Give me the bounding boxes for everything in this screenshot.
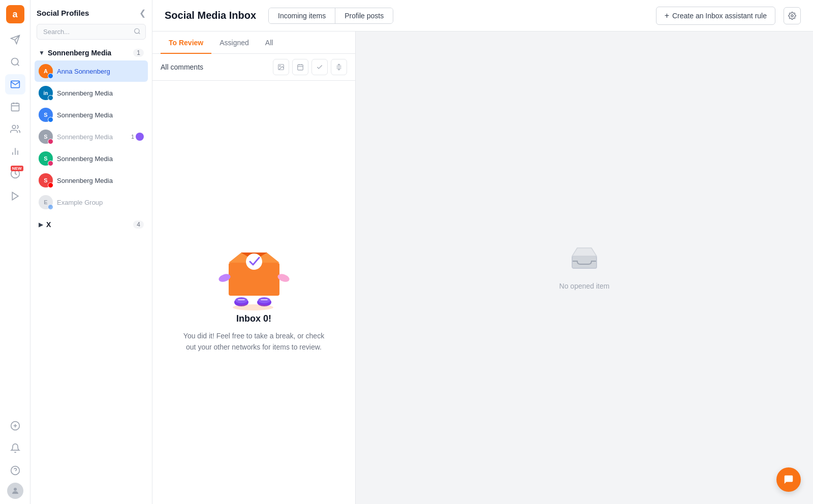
nav-calendar[interactable] (5, 97, 25, 117)
svg-rect-44 (572, 256, 597, 268)
nav-dashboard[interactable]: NEW (5, 164, 25, 184)
example-group-avatar: E (39, 195, 53, 209)
create-rule-label: Create an Inbox assistant rule (672, 12, 767, 20)
chat-bubble[interactable] (776, 467, 801, 492)
svg-point-2 (11, 58, 18, 65)
icon-nav: a NEW (0, 0, 30, 504)
profile-anna[interactable]: A Anna Sonnenberg (35, 60, 148, 82)
chevron-down-icon: ▼ (39, 49, 45, 56)
profile-sm-ig2[interactable]: S Sonnenberg Media (35, 148, 148, 169)
nav-help[interactable] (5, 460, 25, 481)
view-toggle: Incoming items Profile posts (268, 8, 393, 24)
inbox-zero-illustration (213, 232, 295, 313)
nav-add[interactable] (5, 416, 25, 436)
no-item-icon (570, 246, 599, 276)
profile-example-group[interactable]: E Example Group (35, 192, 148, 213)
x-section-title: X (46, 220, 51, 229)
search-box (37, 24, 146, 40)
chevron-right-icon: ▶ (39, 221, 43, 228)
profile-posts-btn[interactable]: Profile posts (335, 8, 393, 23)
sidebar-title: Social Profiles (37, 9, 89, 17)
x-section: ▶ X 4 (30, 217, 152, 232)
x-section-header[interactable]: ▶ X 4 (35, 217, 148, 232)
toolbar-icons (273, 59, 347, 75)
check-filter-button[interactable] (311, 59, 328, 75)
sonnenberg-count: 1 (133, 49, 144, 57)
profile-sm-notif[interactable]: S Sonnenberg Media 1 (35, 126, 148, 147)
x-count: 4 (133, 220, 144, 229)
sonnenberg-section-title: Sonnenberg Media (48, 49, 111, 57)
anna-avatar: A (39, 64, 53, 78)
nav-search[interactable] (5, 52, 25, 72)
fb-badge (48, 117, 53, 122)
tab-to-review[interactable]: To Review (161, 32, 211, 54)
svg-point-43 (233, 304, 273, 310)
profile-sm-yt[interactable]: S Sonnenberg Media (35, 170, 148, 191)
sm-facebook-avatar: S (39, 108, 53, 122)
nav-notifications[interactable] (5, 438, 25, 458)
inbox-panel: To Review Assigned All All comments (152, 32, 356, 504)
example-group-name: Example Group (57, 199, 144, 206)
search-input[interactable] (37, 24, 146, 40)
inbox-zero-description: You did it! Feel free to take a break, o… (183, 330, 325, 353)
sm-ig2-name: Sonnenberg Media (57, 155, 144, 163)
calendar-filter-button[interactable] (292, 59, 308, 75)
svg-point-38 (235, 297, 247, 303)
svg-point-34 (246, 254, 262, 270)
tab-assigned[interactable]: Assigned (211, 32, 257, 54)
sm-yt-avatar: S (39, 173, 53, 187)
incoming-items-btn[interactable]: Incoming items (269, 8, 335, 23)
svg-rect-4 (11, 103, 19, 111)
svg-point-40 (258, 297, 270, 303)
nav-video[interactable] (5, 186, 25, 206)
svg-line-21 (139, 33, 140, 34)
svg-marker-13 (12, 193, 18, 200)
anna-name: Anna Sonnenberg (57, 68, 144, 75)
svg-line-3 (17, 64, 19, 66)
user-avatar[interactable] (7, 483, 23, 499)
sm-yt-name: Sonnenberg Media (57, 177, 144, 184)
sort-button[interactable] (331, 59, 347, 75)
app-logo[interactable]: a (6, 5, 24, 23)
sidebar: Social Profiles ❮ ▼ Sonnenberg Media 1 A… (30, 0, 152, 504)
svg-point-8 (12, 125, 16, 129)
nav-inbox[interactable] (5, 74, 25, 94)
plus-icon: + (665, 11, 669, 20)
sm-notif-avatar: S (39, 130, 53, 144)
notification-indicator: 1 (131, 133, 144, 141)
nav-analytics[interactable] (5, 141, 25, 162)
svg-point-22 (791, 15, 793, 17)
sidebar-close-icon[interactable]: ❮ (139, 8, 146, 18)
nav-people[interactable] (5, 119, 25, 139)
main-header: Social Media Inbox Incoming items Profil… (152, 0, 813, 32)
settings-icon-button[interactable] (784, 7, 801, 24)
sidebar-header: Social Profiles ❮ (30, 6, 152, 24)
nav-compose[interactable] (5, 29, 25, 50)
svg-point-20 (135, 28, 139, 33)
image-filter-button[interactable] (273, 59, 289, 75)
profile-sm-linkedin[interactable]: in Sonnenberg Media (35, 82, 148, 104)
tab-all[interactable]: All (257, 32, 282, 54)
all-comments-label: All comments (161, 63, 203, 71)
inbox-zero-title: Inbox 0! (236, 313, 271, 324)
sm-notif-name: Sonnenberg Media (57, 133, 127, 141)
sm-linkedin-avatar: in (39, 86, 53, 100)
sm-facebook-name: Sonnenberg Media (57, 111, 144, 119)
sm-linkedin-name: Sonnenberg Media (57, 89, 144, 97)
logo-letter: a (12, 9, 17, 20)
sonnenberg-section: ▼ Sonnenberg Media 1 A Anna Sonnenberg i… (30, 46, 152, 213)
notif-purple-dot (136, 133, 144, 141)
sonnenberg-section-header[interactable]: ▼ Sonnenberg Media 1 (35, 46, 148, 60)
ig-badge2 (48, 161, 53, 166)
page-title: Social Media Inbox (165, 10, 256, 21)
svg-point-24 (279, 66, 280, 67)
profile-sm-facebook[interactable]: S Sonnenberg Media (35, 104, 148, 125)
notif-count: 1 (131, 134, 134, 140)
search-icon (134, 27, 141, 36)
facebook-badge (48, 73, 53, 79)
create-rule-button[interactable]: + Create an Inbox assistant rule (656, 7, 775, 25)
yt-badge (48, 182, 53, 188)
linkedin-badge (48, 95, 53, 101)
ig-badge-notif (48, 139, 53, 144)
inbox-toolbar: All comments (152, 54, 355, 81)
